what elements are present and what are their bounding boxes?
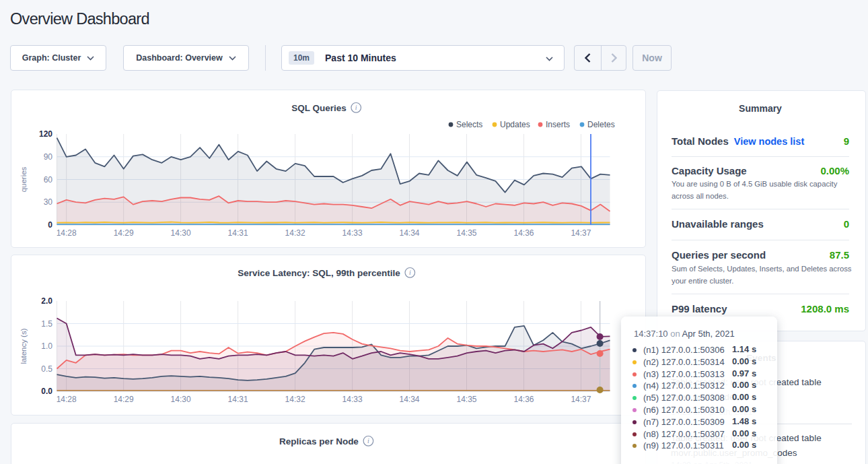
svg-text:14:37: 14:37 <box>571 228 591 238</box>
svg-text:60: 60 <box>44 175 53 185</box>
svg-text:14:35: 14:35 <box>456 395 476 404</box>
svg-text:14:28: 14:28 <box>57 228 77 238</box>
svg-text:2.0: 2.0 <box>41 296 52 306</box>
svg-text:14:32: 14:32 <box>285 395 305 404</box>
svg-text:14:34: 14:34 <box>399 228 419 238</box>
svg-text:14:36: 14:36 <box>513 395 534 404</box>
svg-text:i: i <box>367 437 369 444</box>
svg-text:1.0: 1.0 <box>41 341 52 351</box>
svg-text:120: 120 <box>39 129 52 139</box>
svg-text:14:33: 14:33 <box>342 395 363 404</box>
svg-text:Inserts: Inserts <box>546 120 570 129</box>
svg-text:14:34: 14:34 <box>399 395 419 404</box>
svg-text:Deletes: Deletes <box>587 120 615 129</box>
svg-text:Updates: Updates <box>500 120 530 129</box>
svg-text:14:33: 14:33 <box>342 228 363 238</box>
svg-text:14:35: 14:35 <box>456 228 476 238</box>
svg-text:14:36: 14:36 <box>513 228 534 238</box>
svg-text:SQL Queries: SQL Queries <box>291 103 347 113</box>
svg-text:14:32: 14:32 <box>285 228 305 238</box>
svg-text:i: i <box>355 104 357 111</box>
svg-text:Replicas per Node: Replicas per Node <box>279 436 359 446</box>
svg-text:14:30: 14:30 <box>171 395 191 404</box>
svg-text:queries: queries <box>20 166 28 192</box>
svg-text:latency (s): latency (s) <box>20 328 28 364</box>
svg-text:Service Latency: SQL, 99th per: Service Latency: SQL, 99th percentile <box>238 268 400 278</box>
svg-text:1.5: 1.5 <box>41 319 52 329</box>
svg-text:14:31: 14:31 <box>228 395 248 404</box>
svg-text:14:37: 14:37 <box>571 395 591 404</box>
svg-text:0.5: 0.5 <box>41 364 52 374</box>
svg-text:14:28: 14:28 <box>57 395 77 404</box>
svg-text:30: 30 <box>44 197 53 207</box>
svg-text:14:30: 14:30 <box>171 228 191 238</box>
svg-text:14:31: 14:31 <box>228 228 248 238</box>
svg-text:0.0: 0.0 <box>41 387 52 396</box>
svg-text:i: i <box>409 269 411 276</box>
svg-text:Selects: Selects <box>456 120 482 129</box>
svg-text:0: 0 <box>48 220 52 230</box>
svg-text:90: 90 <box>44 152 53 162</box>
svg-text:14:29: 14:29 <box>114 228 134 238</box>
svg-text:14:29: 14:29 <box>114 395 134 404</box>
